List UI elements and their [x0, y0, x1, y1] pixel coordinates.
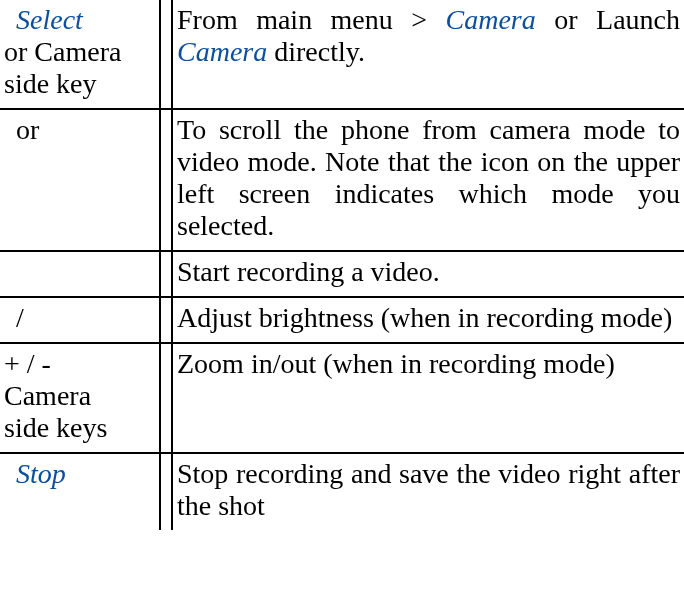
description-cell: Start recording a video. [172, 251, 684, 297]
table-row: Start recording a video. [0, 251, 684, 297]
desc-text: Adjust brightness (when in recording mod… [177, 302, 672, 333]
key-text: / [16, 302, 24, 333]
softkey-label: Stop [16, 458, 66, 489]
table-row: / Adjust brightness (when in recording m… [0, 297, 684, 343]
column-divider [160, 453, 172, 530]
column-divider [160, 109, 172, 251]
key-cell: / [0, 297, 160, 343]
key-text-line: Camera [4, 380, 91, 411]
key-text-line: + / - [4, 348, 51, 379]
description-cell: Adjust brightness (when in recording mod… [172, 297, 684, 343]
desc-text: Start recording a video. [177, 256, 440, 287]
instruction-table: Select or Camera side key From main menu… [0, 0, 684, 530]
key-text-line: side keys [4, 412, 107, 443]
key-text-line: or Camera [4, 36, 121, 67]
column-divider [160, 0, 172, 109]
description-cell: Stop recording and save the video right … [172, 453, 684, 530]
menu-item: Camera [446, 4, 536, 35]
key-cell: Select or Camera side key [0, 0, 160, 109]
desc-text: directly. [267, 36, 365, 67]
menu-item: Camera [177, 36, 267, 67]
desc-text: Zoom in/out (when in recording mode) [177, 348, 615, 379]
key-cell: or [0, 109, 160, 251]
desc-text: or Launch [536, 4, 680, 35]
table-row: or To scroll the phone from camera mode … [0, 109, 684, 251]
table-row: + / - Camera side keys Zoom in/out (when… [0, 343, 684, 453]
column-divider [160, 343, 172, 453]
column-divider [160, 251, 172, 297]
key-cell: + / - Camera side keys [0, 343, 160, 453]
table-row: Select or Camera side key From main menu… [0, 0, 684, 109]
key-cell: Stop [0, 453, 160, 530]
key-text: or [16, 114, 39, 145]
table-row: Stop Stop recording and save the video r… [0, 453, 684, 530]
column-divider [160, 297, 172, 343]
description-cell: Zoom in/out (when in recording mode) [172, 343, 684, 453]
description-cell: To scroll the phone from camera mode to … [172, 109, 684, 251]
softkey-label: Select [16, 4, 83, 35]
desc-text: Stop recording and save the video right … [177, 458, 680, 521]
desc-text: To scroll the phone from camera mode to … [177, 114, 680, 241]
key-text-line: side key [4, 68, 97, 99]
key-cell [0, 251, 160, 297]
desc-text: From main menu > [177, 4, 446, 35]
description-cell: From main menu > Camera or Launch Camera… [172, 0, 684, 109]
